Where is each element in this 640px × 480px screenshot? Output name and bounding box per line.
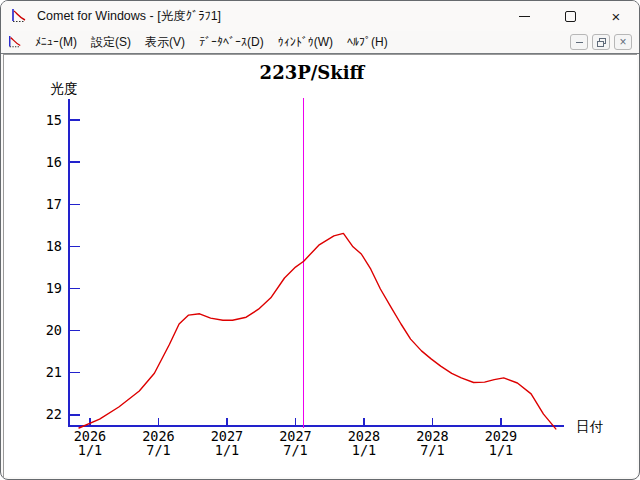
chart-title: 223P/Skiff: [260, 62, 366, 83]
menu-item-help[interactable]: ﾍﾙﾌﾟ(H): [340, 33, 395, 51]
x-tick-label-day: 7/1: [146, 442, 170, 458]
close-button[interactable]: ×: [593, 1, 639, 31]
app-icon[interactable]: [11, 8, 27, 24]
x-tick-label-day: 1/1: [352, 442, 376, 458]
chart-client-area: 223P/Skiff光度日付151617181920212220261/1202…: [3, 54, 637, 477]
y-tick-label: 22: [46, 406, 62, 422]
title-bar: Comet for Windows - [光度ｸﾞﾗﾌ1] ×: [1, 1, 639, 31]
maximize-icon: [565, 11, 576, 22]
menu-bar: ﾒﾆｭｰ(M) 設定(S) 表示(V) ﾃﾞｰﾀﾍﾞｰｽ(D) ｳｨﾝﾄﾞｳ(W…: [1, 31, 639, 54]
close-icon: ×: [612, 9, 621, 24]
x-tick-label-day: 1/1: [78, 442, 102, 458]
y-axis-label: 光度: [51, 81, 78, 96]
menu-item-database[interactable]: ﾃﾞｰﾀﾍﾞｰｽ(D): [192, 33, 271, 51]
y-tick-label: 18: [46, 238, 62, 254]
mdi-close-button[interactable]: ×: [614, 34, 632, 50]
mdi-restore-icon: [597, 38, 606, 47]
mdi-minimize-icon: [576, 42, 583, 43]
app-window: Comet for Windows - [光度ｸﾞﾗﾌ1] × ﾒﾆｭｰ(M) …: [0, 0, 640, 480]
y-tick-label: 19: [46, 280, 62, 296]
x-tick-label-day: 1/1: [489, 442, 513, 458]
light-curve: [79, 233, 556, 429]
x-tick-label-day: 7/1: [420, 442, 444, 458]
chart-window-icon[interactable]: [8, 35, 22, 49]
x-tick-label-day: 1/1: [215, 442, 239, 458]
y-tick-label: 20: [46, 322, 62, 338]
window-title: Comet for Windows - [光度ｸﾞﾗﾌ1]: [37, 8, 221, 25]
y-tick-label: 16: [46, 154, 62, 170]
mdi-child-buttons: ×: [570, 34, 632, 50]
y-tick-label: 17: [46, 196, 62, 212]
maximize-button[interactable]: [547, 1, 593, 31]
light-curve-chart: 223P/Skiff光度日付151617181920212220261/1202…: [4, 55, 640, 479]
x-axis-label: 日付: [576, 419, 604, 434]
x-tick-label-day: 7/1: [283, 442, 307, 458]
mdi-minimize-button[interactable]: [570, 34, 588, 50]
menu-item-menu[interactable]: ﾒﾆｭｰ(M): [28, 33, 84, 51]
minimize-icon: [519, 16, 530, 17]
y-tick-label: 21: [46, 364, 62, 380]
caption-buttons: ×: [501, 1, 639, 31]
mdi-restore-button[interactable]: [592, 34, 610, 50]
chart-axes: [69, 99, 564, 426]
y-tick-label: 15: [46, 112, 62, 128]
mdi-close-icon: ×: [619, 36, 626, 48]
menu-item-settings[interactable]: 設定(S): [84, 32, 138, 53]
minimize-button[interactable]: [501, 1, 547, 31]
menu-item-view[interactable]: 表示(V): [138, 32, 192, 53]
menu-item-window[interactable]: ｳｨﾝﾄﾞｳ(W): [271, 33, 340, 51]
